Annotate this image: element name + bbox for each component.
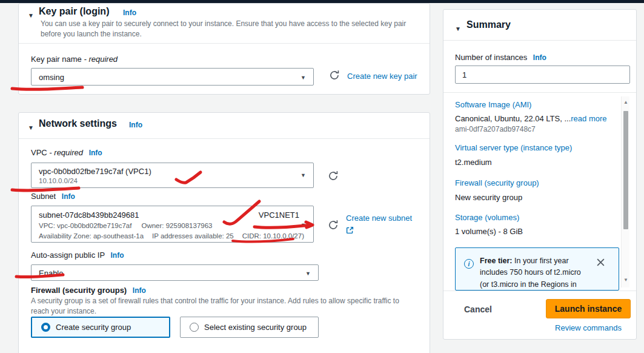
storage-section-link[interactable]: Storage (volumes) (455, 213, 519, 222)
divider (443, 291, 636, 291)
vpc-selected-value: vpc-0b0bd02fbe719c7af (VPC1) (39, 167, 151, 176)
key-pair-section: ▼ Key pair (login) Info You can use a ke… (18, 3, 430, 95)
subnet-select[interactable]: subnet-07dc8b439bb249681 VPC1NET1 VPC: v… (31, 206, 314, 243)
firewall-description: A security group is a set of firewall ru… (31, 296, 419, 317)
read-more-link[interactable]: read more (571, 114, 606, 123)
key-pair-selected-value: omsing (39, 73, 64, 82)
subnet-name-tag: VPC1NET1 (259, 210, 299, 220)
required-suffix: - required (49, 148, 83, 157)
review-commands-link[interactable]: Review commands (546, 323, 631, 332)
subnet-vpc-meta: VPC: vpc-0b0bd02fbe719c7af (39, 222, 131, 229)
instances-info-link[interactable]: Info (533, 53, 546, 62)
summary-panel: ▼ Summary Number of instances Info Softw… (443, 9, 637, 340)
key-pair-description: You can use a key pair to securely conne… (41, 19, 411, 40)
chevron-down-icon: ▼ (300, 172, 306, 178)
scroll-thumb[interactable] (623, 111, 628, 229)
divider (19, 43, 430, 44)
subnet-label: Subnet Info (31, 192, 75, 201)
ami-id: ami-0df7a207adb9748c7 (455, 125, 536, 133)
firewall-info-link[interactable]: Info (133, 286, 146, 295)
summary-scrollbar[interactable]: ▲ ▼ (621, 96, 629, 287)
refresh-icon (328, 220, 339, 230)
vpc-cidr: 10.10.0.0/24 (39, 177, 78, 184)
refresh-vpc-button[interactable] (328, 170, 339, 184)
key-pair-info-link[interactable]: Info (123, 8, 136, 17)
refresh-icon (329, 70, 340, 81)
subnet-az-meta: Availability Zone: ap-southeast-1a (39, 232, 144, 240)
chevron-down-icon: ▼ (300, 75, 306, 81)
firewall-value: New security group (455, 193, 522, 202)
summary-header[interactable]: ▼ (455, 22, 461, 33)
external-link-icon (346, 226, 354, 234)
cancel-button[interactable]: Cancel (464, 304, 492, 314)
ami-description: Canonical, Ubuntu, 22.04 LTS, ...read mo… (455, 114, 607, 123)
firewall-section-link[interactable]: Firewall (security group) (455, 178, 539, 187)
network-settings-section: ▼ Network settings Info VPC - required I… (18, 112, 430, 353)
firewall-label: Firewall (security groups) Info (31, 286, 146, 295)
network-header[interactable]: ▼ (28, 121, 34, 132)
radio-label: Create security group (56, 323, 131, 332)
refresh-keypair-button[interactable] (329, 70, 340, 83)
subnet-meta-row-2: Availability Zone: ap-southeast-1a IP ad… (39, 232, 304, 240)
chevron-down-icon: ▼ (305, 271, 311, 277)
close-free-tier-button[interactable] (596, 258, 605, 269)
key-pair-name-label: Key pair name - required (31, 55, 118, 64)
storage-value: 1 volume(s) - 8 GiB (455, 227, 523, 236)
launch-instance-button[interactable]: Launch instance (546, 299, 631, 318)
scroll-down-arrow[interactable]: ▼ (622, 277, 630, 283)
collapse-caret-icon: ▼ (455, 25, 461, 32)
vpc-select[interactable]: vpc-0b0bd02fbe719c7af (VPC1) 10.10.0.0/2… (31, 163, 314, 188)
key-pair-select[interactable]: omsing ▼ (31, 68, 314, 86)
summary-title: Summary (466, 19, 511, 30)
divider (443, 40, 636, 41)
info-circle-icon: i (464, 259, 474, 269)
subnet-cidr-meta: CIDR: 10.10.0.0/27) (242, 232, 304, 240)
create-new-key-pair-link[interactable]: Create new key pair (347, 72, 417, 81)
auto-assign-selected-value: Enable (39, 269, 63, 278)
auto-assign-select[interactable]: Enable ▼ (31, 264, 319, 281)
instance-type-section-link[interactable]: Virtual server type (instance type) (455, 143, 572, 152)
divider (443, 92, 636, 93)
auto-assign-info-link[interactable]: Info (111, 251, 124, 260)
instance-type-value: t2.medium (455, 158, 492, 167)
instances-label: Number of instances Info (455, 53, 546, 62)
radio-selected-icon (41, 323, 50, 332)
key-pair-header[interactable]: ▼ (28, 9, 34, 20)
close-icon (596, 258, 605, 267)
refresh-icon (328, 170, 339, 181)
collapse-caret-icon: ▼ (28, 12, 34, 19)
refresh-subnet-button[interactable] (328, 220, 339, 233)
launch-instance-page: { "colors": { "accent": "#0073bb", "oran… (0, 0, 644, 353)
scroll-up-arrow[interactable]: ▲ (622, 99, 630, 105)
network-info-link[interactable]: Info (129, 121, 142, 129)
radio-unselected-icon (190, 323, 199, 332)
select-existing-security-group-option[interactable]: Select existing security group (180, 317, 319, 338)
ami-section-link[interactable]: Software Image (AMI) (455, 100, 531, 109)
subnet-info-link[interactable]: Info (62, 192, 75, 201)
create-new-subnet-link[interactable]: Create new subnet (346, 213, 413, 223)
subnet-ip-meta: IP addresses available: 25 (152, 232, 234, 240)
free-tier-text: Free tier: In your first year includes 7… (480, 255, 592, 291)
collapse-caret-icon: ▼ (28, 124, 34, 131)
radio-label: Select existing security group (204, 323, 307, 332)
free-tier-alert: i Free tier: In your first year includes… (455, 247, 619, 291)
divider (19, 138, 430, 139)
subnet-id: subnet-07dc8b439bb249681 (39, 210, 139, 220)
key-pair-title: Key pair (login) (39, 6, 109, 17)
chevron-down-icon: ▼ (300, 222, 306, 228)
instances-input[interactable] (455, 66, 630, 84)
free-tier-bold: Free tier: (480, 257, 513, 265)
vpc-label: VPC - required Info (31, 148, 102, 157)
subnet-owner-meta: Owner: 925908137963 (141, 222, 212, 229)
subnet-meta-row-1: VPC: vpc-0b0bd02fbe719c7af Owner: 925908… (39, 222, 212, 229)
auto-assign-label: Auto-assign public IP Info (31, 250, 124, 260)
create-security-group-option[interactable]: Create security group (31, 317, 170, 338)
vpc-info-link[interactable]: Info (89, 149, 102, 157)
required-suffix: - required (84, 55, 118, 64)
network-settings-title: Network settings (39, 118, 117, 129)
external-link-button[interactable] (346, 226, 354, 237)
